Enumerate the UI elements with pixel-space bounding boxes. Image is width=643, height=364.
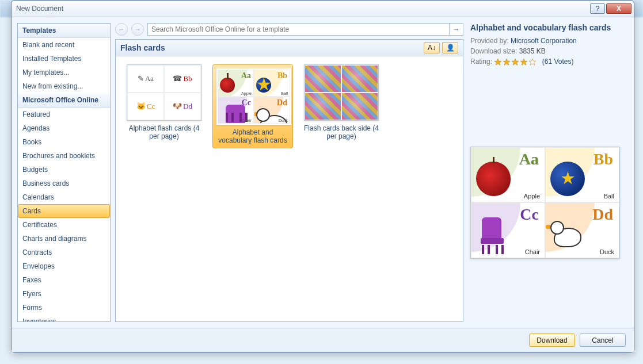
detail-size-value: 3835 KB [519,47,546,55]
preview-letters: Cc [520,205,539,224]
preview-letters: Bb [593,150,613,168]
dialog-title: New Document [16,5,589,13]
template-category-sidebar: Templates Blank and recent Installed Tem… [17,23,111,322]
sidebar-item-flyers[interactable]: Flyers [18,287,110,301]
preview-word: Apple [524,193,540,200]
preview-word: Ball [604,193,614,200]
arrow-right-icon: → [134,25,141,33]
template-label: Alphabet flash cards (4 per page) [124,124,204,140]
sidebar-item-charts[interactable]: Charts and diagrams [18,232,110,246]
svg-marker-3 [521,59,528,65]
sidebar-item-new-existing[interactable]: New from existing... [18,79,110,93]
template-thumbnail: ✎Aa ☎Bb 🐱Cc 🐶Dd [127,64,201,121]
template-label: Flash cards back side (4 per page) [301,124,382,140]
sidebar-item-my-templates[interactable]: My templates... [18,66,110,79]
duck-illustration [550,217,585,252]
sidebar-section-templates: Templates [18,24,110,38]
detail-votes: (61 Votes) [542,58,574,66]
search-toolbar: ← → → [115,23,463,36]
detail-size-label: Download size: [470,47,517,55]
detail-rating-row: Rating: (61 Votes) [470,58,626,66]
help-button[interactable]: ? [590,3,605,14]
arrow-right-icon: → [453,25,460,33]
template-preview: Aa Apple Bb Ball Cc Chair [470,147,620,259]
help-icon: ? [596,5,600,13]
close-button[interactable]: X [606,3,631,14]
template-thumbnail [304,64,379,121]
star-icon [520,58,528,66]
preview-cell: Bb Ball [545,147,619,203]
nav-forward-button[interactable]: → [131,23,144,36]
search-box: → [147,23,463,36]
customer-filter-button[interactable]: 👤 [442,42,458,53]
cancel-button[interactable]: Cancel [580,334,626,347]
star-icon [503,58,511,66]
sidebar-scroll[interactable]: Featured Agendas Books Brochures and boo… [18,108,110,321]
titlebar: New Document ? X [12,1,634,17]
main-pane: ← → → Flash cards A↓ 👤 ✎Aa [115,23,463,322]
template-list-header: Flash cards A↓ 👤 [116,40,463,56]
new-document-dialog: New Document ? X Templates Blank and rec… [11,0,634,352]
detail-title: Alphabet and vocabulary flash cards [470,23,626,32]
chair-illustration [476,217,511,252]
template-thumbnail: AaApple BbBall CcChair DdDuck [216,68,291,125]
sidebar-item-business-cards[interactable]: Business cards [18,177,110,190]
sidebar-item-certificates[interactable]: Certificates [18,218,110,232]
template-label: Alphabet and vocabulary flash cards [216,128,289,144]
star-outline-icon [528,58,537,66]
sort-az-button[interactable]: A↓ [424,42,440,53]
detail-size-row: Download size: 3835 KB [470,47,626,55]
download-button[interactable]: Download [529,334,575,347]
apple-illustration [476,162,511,196]
sidebar-item-installed[interactable]: Installed Templates [18,52,110,66]
sidebar-item-books[interactable]: Books [18,135,110,149]
detail-rating-label: Rating: [470,58,492,66]
category-title: Flash cards [120,43,421,52]
sidebar-item-faxes[interactable]: Faxes [18,273,110,287]
sort-az-icon: A↓ [428,44,436,52]
preview-word: Chair [525,248,540,255]
template-items: ✎Aa ☎Bb 🐱Cc 🐶Dd Alphabet flash cards (4 … [116,56,463,321]
sidebar-item-budgets[interactable]: Budgets [18,163,110,177]
sidebar-item-featured[interactable]: Featured [18,108,110,121]
template-list-pane: Flash cards A↓ 👤 ✎Aa ☎Bb 🐱Cc 🐶Dd Alphabe… [115,39,463,322]
sidebar-item-inventories[interactable]: Inventories [18,315,110,321]
sidebar-item-calendars[interactable]: Calendars [18,190,110,204]
svg-marker-4 [530,59,537,65]
sidebar-item-brochures[interactable]: Brochures and booklets [18,149,110,163]
preview-letters: Dd [592,205,613,224]
preview-word: Duck [600,248,614,255]
customer-submitted-icon: 👤 [446,44,455,52]
detail-provider-link[interactable]: Microsoft Corporation [511,37,577,45]
sidebar-section-online: Microsoft Office Online [18,93,110,108]
sidebar-item-contracts[interactable]: Contracts [18,246,110,259]
svg-marker-2 [512,59,519,65]
ball-illustration [550,162,585,196]
preview-cell: Cc Chair [471,202,545,258]
preview-letters: Aa [519,150,539,168]
search-go-button[interactable]: → [449,24,463,35]
star-icon [494,58,502,66]
sidebar-item-forms[interactable]: Forms [18,301,110,315]
template-item[interactable]: ✎Aa ☎Bb 🐱Cc 🐶Dd Alphabet flash cards (4 … [124,64,204,140]
rating-stars[interactable] [494,58,537,66]
star-icon [511,58,519,66]
detail-pane: Alphabet and vocabulary flash cards Prov… [468,23,628,322]
nav-back-button[interactable]: ← [115,23,128,36]
sidebar-item-agendas[interactable]: Agendas [18,121,110,135]
svg-marker-1 [504,59,511,65]
svg-marker-0 [495,59,502,65]
template-item[interactable]: Flash cards back side (4 per page) [301,64,382,140]
dialog-content: Templates Blank and recent Installed Tem… [12,17,634,328]
sidebar-item-cards[interactable]: Cards [18,204,110,218]
detail-provider-row: Provided by: Microsoft Corporation [470,37,626,45]
close-icon: X [617,5,621,13]
arrow-left-icon: ← [118,25,125,33]
dialog-footer: Download Cancel [12,328,634,352]
sidebar-item-blank-recent[interactable]: Blank and recent [18,38,110,52]
search-input[interactable] [148,24,449,35]
sidebar-item-envelopes[interactable]: Envelopes [18,259,110,273]
preview-cell: Aa Apple [471,147,545,203]
template-item-selected[interactable]: AaApple BbBall CcChair DdDuck Alphabet a… [212,64,293,148]
preview-cell: Dd Duck [545,202,619,258]
